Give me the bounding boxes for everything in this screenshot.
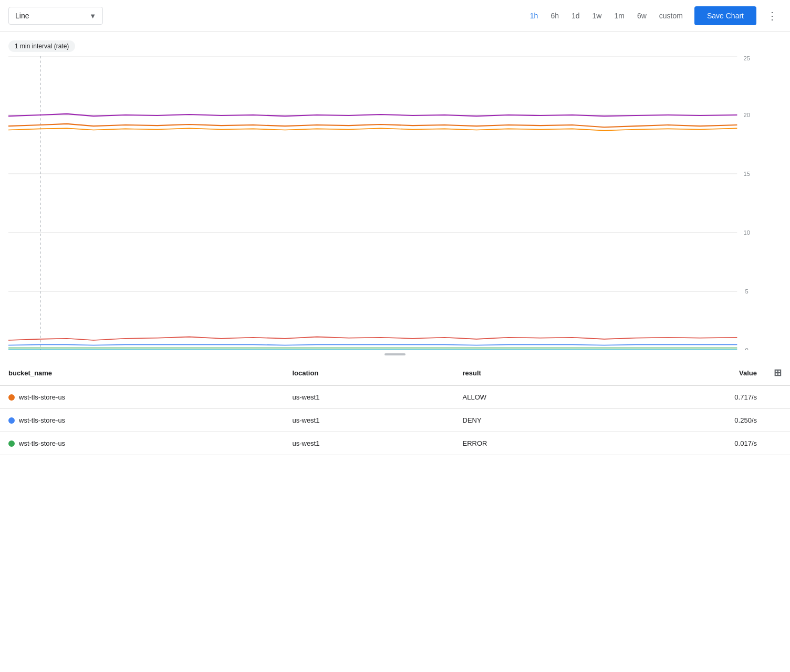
interval-badge: 1 min interval (rate): [8, 40, 75, 52]
y-label-25: 25: [744, 56, 750, 61]
row-1-result: ALLOW: [454, 385, 615, 409]
row-1-bucket: wst-tls-store-us: [0, 385, 284, 409]
time-1m-button[interactable]: 1m: [609, 8, 629, 23]
y-label-20: 20: [744, 112, 750, 118]
row-1-location: us-west1: [284, 385, 454, 409]
y-label-0: 0: [745, 347, 749, 350]
chart-type-dropdown[interactable]: Line ▼: [8, 7, 103, 25]
col-header-bucket-name: bucket_name: [0, 361, 284, 385]
time-custom-button[interactable]: custom: [654, 8, 688, 23]
time-1h-button[interactable]: 1h: [525, 8, 544, 23]
row-2-color-dot: [8, 417, 15, 424]
table-row: wst-tls-store-us us-west1 ERROR 0.017/s: [0, 432, 790, 455]
chart-container: 0 5 10 15 20 25 9:40 9:45 9:50 9:55 10 A…: [0, 56, 790, 350]
row-2-location: us-west1: [284, 409, 454, 432]
orange-light-series-line: [8, 128, 737, 130]
blue-series-line: [8, 344, 737, 345]
row-3-result: ERROR: [454, 432, 615, 455]
y-label-10: 10: [744, 229, 750, 236]
legend-table: bucket_name location result Value ⊞: [0, 361, 790, 455]
col-header-value: Value: [614, 361, 765, 385]
time-1w-button[interactable]: 1w: [587, 8, 607, 23]
columns-toggle-icon: ⊞: [774, 368, 782, 378]
time-6w-button[interactable]: 6w: [632, 8, 652, 23]
table-row: wst-tls-store-us us-west1 ALLOW 0.717/s: [0, 385, 790, 409]
row-3-bucket-name: wst-tls-store-us: [19, 439, 65, 447]
time-1d-button[interactable]: 1d: [566, 8, 585, 23]
drag-handle-bar: [384, 353, 406, 355]
col-header-result: result: [454, 361, 615, 385]
more-options-button[interactable]: ⋮: [763, 6, 782, 25]
row-3-value: 0.017/s: [614, 432, 765, 455]
row-2-bucket-name: wst-tls-store-us: [19, 416, 65, 424]
orange-dark-series-line: [8, 124, 737, 127]
legend-section: bucket_name location result Value ⊞: [0, 361, 790, 455]
row-1-empty: [765, 385, 790, 409]
save-chart-button[interactable]: Save Chart: [694, 6, 756, 25]
row-3-bucket: wst-tls-store-us: [0, 432, 284, 455]
chart-svg: 0 5 10 15 20 25 9:40 9:45 9:50 9:55 10 A…: [8, 56, 764, 350]
row-1-value: 0.717/s: [614, 385, 765, 409]
red-series-line: [8, 337, 737, 340]
row-2-bucket: wst-tls-store-us: [0, 409, 284, 432]
row-1-bucket-name: wst-tls-store-us: [19, 393, 65, 401]
time-6h-button[interactable]: 6h: [545, 8, 564, 23]
y-label-5: 5: [745, 288, 749, 295]
row-2-result: DENY: [454, 409, 615, 432]
col-header-columns-icon[interactable]: ⊞: [765, 361, 790, 385]
y-label-15: 15: [744, 171, 750, 177]
chart-type-label: Line: [15, 12, 85, 20]
row-3-location: us-west1: [284, 432, 454, 455]
chart-area: 1 min interval (rate) 0 5 10 15 20 25 9:…: [0, 32, 790, 350]
chevron-down-icon: ▼: [89, 12, 96, 20]
drag-handle[interactable]: [0, 350, 790, 356]
row-3-color-dot: [8, 440, 15, 447]
toolbar: Line ▼ 1h 6h 1d 1w 1m 6w custom Save Cha…: [0, 0, 790, 32]
row-1-color-dot: [8, 394, 15, 401]
row-3-empty: [765, 432, 790, 455]
row-2-value: 0.250/s: [614, 409, 765, 432]
time-controls: 1h 6h 1d 1w 1m 6w custom: [525, 8, 688, 23]
table-row: wst-tls-store-us us-west1 DENY 0.250/s: [0, 409, 790, 432]
col-header-location: location: [284, 361, 454, 385]
row-2-empty: [765, 409, 790, 432]
